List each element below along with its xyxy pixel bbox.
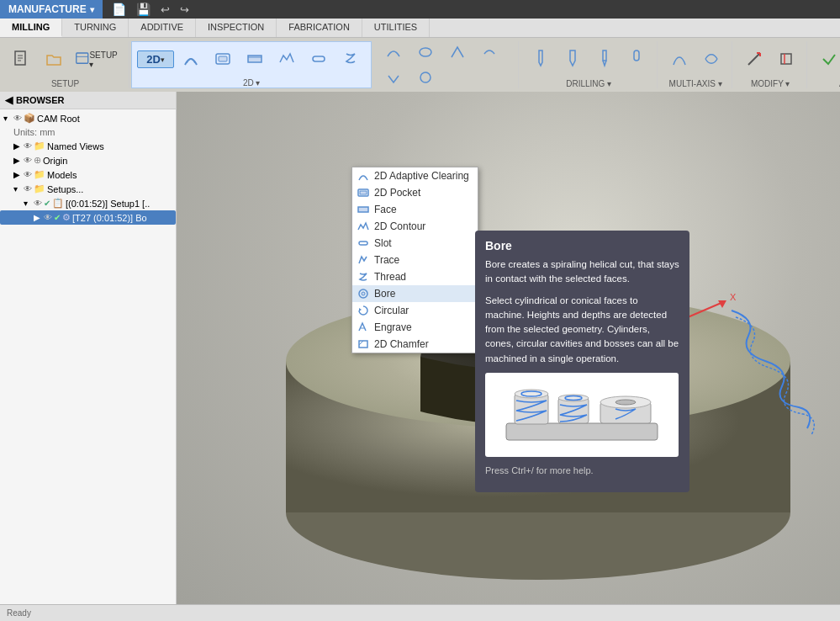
tab-milling[interactable]: MILLING xyxy=(0,19,62,37)
modify-btn1[interactable] xyxy=(739,47,769,72)
browser-header: ◀ BROWSER xyxy=(0,92,176,109)
setup-split-button[interactable]: SETUP ▾ xyxy=(71,46,124,73)
label-named-views: Named Views xyxy=(47,141,104,151)
svg-point-40 xyxy=(362,292,365,295)
undo-icon[interactable]: ↩ xyxy=(158,3,172,16)
tab-fabrication[interactable]: FABRICATION xyxy=(277,19,362,37)
label-setups: Setups... xyxy=(47,184,83,194)
dropdown-item-chamfer[interactable]: 2D Chamfer xyxy=(352,336,478,353)
new-file-icon[interactable]: 📄 xyxy=(109,3,129,16)
svg-rect-17 xyxy=(781,54,791,64)
dropdown-item-adaptive[interactable]: 2D Adaptive Clearing xyxy=(352,167,478,184)
3d-btn4[interactable] xyxy=(474,41,505,65)
toggle-models[interactable]: ▶ xyxy=(13,170,22,179)
3d-btn6[interactable] xyxy=(410,66,441,90)
dropdown-item-engrave[interactable]: Engrave xyxy=(352,319,478,336)
dropdown-item-face[interactable]: Face xyxy=(352,201,478,218)
tree-item-units[interactable]: Units: mm xyxy=(0,125,176,139)
tree-item-named-views[interactable]: ▶ 👁 📁 Named Views xyxy=(0,139,176,153)
dropdown-item-circular[interactable]: Circular xyxy=(352,302,478,319)
tab-additive[interactable]: ADDITIVE xyxy=(129,19,196,37)
dropdown-item-contour[interactable]: 2D Contour xyxy=(352,218,478,235)
viewport: Y X 2D Adaptive Clearing 2D Pocket xyxy=(177,92,840,619)
tab-turning[interactable]: TURNING xyxy=(62,19,129,37)
drill-btn4[interactable] xyxy=(621,45,652,75)
3d-btn5[interactable] xyxy=(378,66,409,90)
toggle-origin[interactable]: ▶ xyxy=(13,156,22,165)
setup-group-label: SETUP xyxy=(51,79,79,88)
dropdown-item-trace[interactable]: Trace xyxy=(352,252,478,268)
3d-btn3[interactable] xyxy=(442,41,473,65)
tree-item-t27[interactable]: ▶ 👁 ✔ ⚙ [T27 (0:01:52)] Bo xyxy=(0,210,176,225)
eye-cam-root[interactable]: 👁 xyxy=(13,114,22,123)
label-units: Units: mm xyxy=(13,127,55,137)
dropdown-item-thread[interactable]: Thread xyxy=(352,268,478,285)
drill-btn1[interactable] xyxy=(526,45,556,75)
toggle-named-views[interactable]: ▶ xyxy=(13,141,22,151)
drilling-group-label: DRILLING ▾ xyxy=(566,79,611,88)
3d-btn1[interactable] xyxy=(378,41,409,65)
statusbar: Ready xyxy=(0,604,840,621)
tree-item-setup1[interactable]: ▾ 👁 ✔ 📋 [(0:01:52)] Setup1 [.. xyxy=(0,196,176,210)
tab-inspection[interactable]: INSPECTION xyxy=(196,19,277,37)
eye-setups[interactable]: 👁 xyxy=(24,184,32,194)
svg-rect-36 xyxy=(360,191,367,194)
2d-dropdown-button[interactable]: 2D ▾ xyxy=(137,50,174,68)
eye-t27[interactable]: 👁 xyxy=(44,213,52,222)
open-button[interactable] xyxy=(39,46,69,73)
tooltip-help-text: Press Ctrl+/ for more help. xyxy=(485,464,679,478)
label-setup1: [(0:01:52)] Setup1 [.. xyxy=(66,199,150,209)
2d-contour-btn[interactable] xyxy=(272,47,302,72)
browser-collapse-icon[interactable]: ◀ xyxy=(5,94,13,106)
face-btn[interactable] xyxy=(240,47,270,72)
tree-item-models[interactable]: ▶ 👁 📁 Models xyxy=(0,167,176,182)
eye-setup1[interactable]: 👁 xyxy=(34,199,42,208)
slot-btn[interactable] xyxy=(304,47,334,72)
toggle-cam-root[interactable]: ▾ xyxy=(3,114,12,123)
icon-models: 📁 xyxy=(34,169,45,180)
tab-utilities[interactable]: UTILITIES xyxy=(362,19,430,37)
slot-icon xyxy=(357,237,369,249)
icon-cam-root: 📦 xyxy=(24,113,35,124)
toggle-setups[interactable]: ▾ xyxy=(13,184,22,194)
multiaxis-btn1[interactable] xyxy=(664,47,695,72)
browser-panel: ◀ BROWSER ▾ 👁 📦 CAM Root Units: mm ▶ 👁 📁… xyxy=(0,92,177,619)
tree-item-setups[interactable]: ▾ 👁 📁 Setups... xyxy=(0,182,176,196)
drill-btn2[interactable] xyxy=(557,45,588,75)
eye-origin[interactable]: 👁 xyxy=(24,156,32,165)
svg-rect-14 xyxy=(634,50,639,61)
dropdown-item-bore[interactable]: Bore xyxy=(352,285,478,302)
ribbon-content: SETUP ▾ SETUP 2D ▾ xyxy=(0,38,840,92)
ribbon-group-2d: 2D ▾ 2D ▾ xyxy=(131,41,372,88)
2d-adaptive-btn[interactable] xyxy=(176,47,206,72)
tooltip-desc2: Select cylindrical or conical faces to m… xyxy=(485,294,679,366)
eye-models[interactable]: 👁 xyxy=(24,170,32,179)
new-button[interactable] xyxy=(7,46,37,73)
tree-item-origin[interactable]: ▶ 👁 ⊕ Origin xyxy=(0,153,176,167)
svg-rect-4 xyxy=(77,53,88,63)
tooltip-illustration xyxy=(485,373,679,457)
icon-setups: 📁 xyxy=(34,183,45,194)
thread-icon xyxy=(357,271,369,283)
label-cam-root: CAM Root xyxy=(37,114,80,124)
redo-icon[interactable]: ↪ xyxy=(177,3,192,16)
save-icon[interactable]: 💾 xyxy=(134,3,153,16)
multiaxis-btn2[interactable] xyxy=(696,47,726,72)
label-t27: [T27 (0:01:52)] Bo xyxy=(72,213,147,223)
thread-btn[interactable] xyxy=(335,47,366,72)
dropdown-item-slot[interactable]: Slot xyxy=(352,235,478,252)
3d-btn2[interactable] xyxy=(410,41,441,65)
toggle-setup1[interactable]: ▾ xyxy=(24,199,32,208)
actions-btn1[interactable] xyxy=(814,47,840,72)
svg-point-11 xyxy=(420,48,431,56)
toggle-t27[interactable]: ▶ xyxy=(34,213,42,222)
modify-btn2[interactable] xyxy=(771,47,801,72)
2d-pocket-btn[interactable] xyxy=(208,47,238,72)
svg-rect-38 xyxy=(359,242,367,245)
dropdown-item-pocket[interactable]: 2D Pocket xyxy=(352,184,478,201)
face-icon xyxy=(357,204,369,215)
drill-btn3[interactable] xyxy=(589,45,620,75)
manufacture-button[interactable]: MANUFACTURE ▾ xyxy=(0,0,103,19)
eye-named-views[interactable]: 👁 xyxy=(24,141,32,151)
tree-item-cam-root[interactable]: ▾ 👁 📦 CAM Root xyxy=(0,111,176,125)
